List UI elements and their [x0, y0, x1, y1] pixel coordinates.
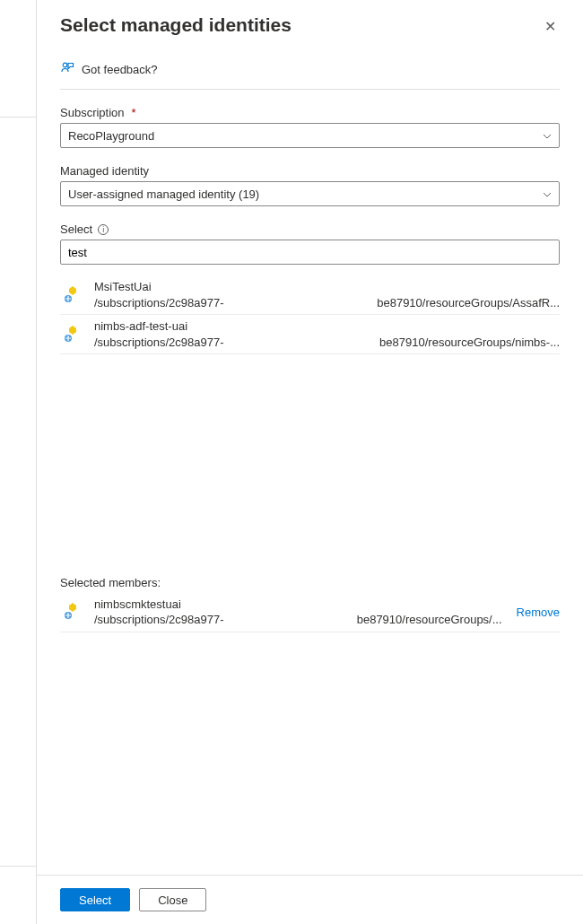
- selected-identity-name: nimbscmktestuai: [94, 597, 502, 613]
- svg-point-0: [63, 63, 67, 67]
- feedback-link[interactable]: Got feedback?: [60, 54, 560, 90]
- feedback-icon: [60, 61, 74, 78]
- managed-identity-icon: [60, 602, 85, 622]
- close-icon[interactable]: ✕: [541, 16, 560, 38]
- select-managed-identities-panel: Select managed identities ✕ Got feedback…: [36, 0, 583, 924]
- feedback-label: Got feedback?: [82, 63, 158, 76]
- identity-path-right: be87910/resourceGroups/nimbs-...: [379, 335, 560, 351]
- chevron-down-icon: [543, 188, 552, 199]
- managed-identity-label: Managed identity: [60, 164, 560, 178]
- identity-name: nimbs-adf-test-uai: [94, 318, 560, 335]
- identity-name: MsiTestUai: [94, 279, 560, 295]
- subscription-select[interactable]: RecoPlayground: [60, 123, 560, 148]
- identity-path-right: be87910/resourceGroups/AssafR...: [377, 295, 560, 311]
- remove-link[interactable]: Remove: [517, 606, 560, 619]
- select-button[interactable]: Select: [60, 888, 130, 911]
- selected-identity-path-left: /subscriptions/2c98a977-: [94, 612, 224, 628]
- subscription-value: RecoPlayground: [68, 129, 154, 143]
- managed-identity-value: User-assigned managed identity (19): [68, 187, 259, 201]
- close-button[interactable]: Close: [139, 888, 206, 911]
- left-background-strip: [0, 0, 36, 924]
- search-results: MsiTestUai /subscriptions/2c98a977- be87…: [60, 275, 560, 354]
- selected-member-row: nimbscmktestuai /subscriptions/2c98a977-…: [60, 593, 560, 632]
- managed-identity-select[interactable]: User-assigned managed identity (19): [60, 181, 560, 206]
- selected-members-heading: Selected members:: [60, 576, 560, 589]
- managed-identity-icon: [60, 285, 85, 305]
- subscription-label: Subscription*: [60, 106, 560, 119]
- panel-footer: Select Close: [37, 875, 583, 924]
- info-icon[interactable]: i: [98, 224, 109, 235]
- selected-members-section: Selected members: nimbscmktestuai /subsc…: [60, 576, 560, 632]
- identity-path-left: /subscriptions/2c98a977-: [94, 335, 224, 351]
- panel-title: Select managed identities: [60, 14, 292, 36]
- selected-identity-path-right: be87910/resourceGroups/...: [357, 612, 502, 628]
- identity-result-row[interactable]: nimbs-adf-test-uai /subscriptions/2c98a9…: [60, 315, 560, 354]
- select-search-input[interactable]: [60, 240, 560, 265]
- identity-result-row[interactable]: MsiTestUai /subscriptions/2c98a977- be87…: [60, 275, 560, 315]
- select-label: Select i: [60, 222, 560, 236]
- managed-identity-icon: [60, 325, 85, 344]
- identity-path-left: /subscriptions/2c98a977-: [94, 295, 224, 311]
- chevron-down-icon: [543, 130, 552, 141]
